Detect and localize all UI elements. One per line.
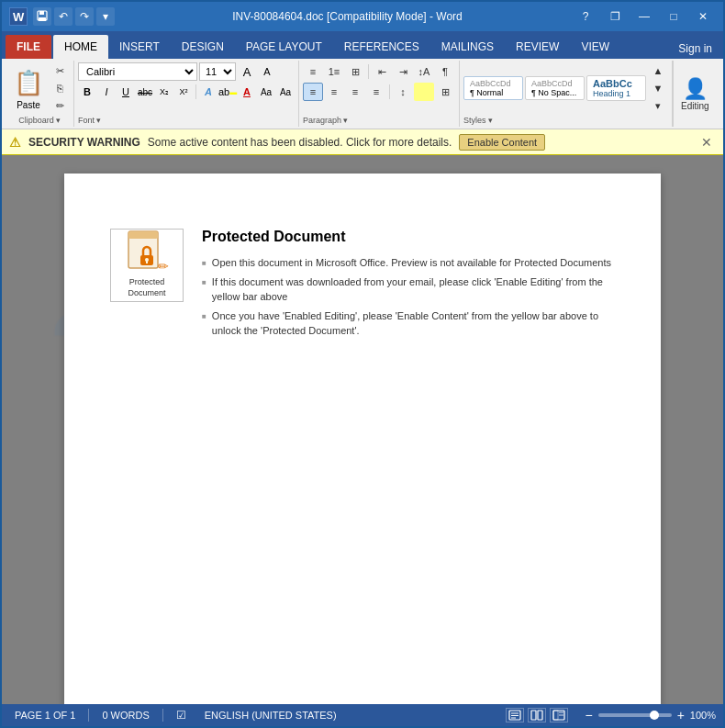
underline-button[interactable]: U (117, 83, 135, 101)
protected-doc-icon-box: ✏ Protected Document (110, 229, 184, 302)
grow-font-button[interactable]: A (238, 62, 256, 81)
minimize-button[interactable]: — (631, 7, 657, 26)
multilevel-list-button[interactable]: ⊞ (345, 62, 365, 81)
align-center-button[interactable]: ≡ (324, 83, 344, 101)
tab-insert[interactable]: INSERT (108, 35, 171, 59)
shading-button[interactable] (414, 83, 434, 101)
superscript-button[interactable]: X² (174, 83, 193, 101)
bullets-button[interactable]: ≡ (303, 62, 323, 81)
editing-button[interactable]: 👤 Editing (681, 77, 709, 111)
svg-text:W: W (13, 10, 25, 24)
justify-button[interactable]: ≡ (366, 83, 386, 101)
paragraph-group: ≡ 1≡ ⊞ ⇤ ⇥ ↕A ¶ ≡ ≡ ≡ ≡ ↕ ⊞ (299, 61, 460, 127)
align-right-button[interactable]: ≡ (345, 83, 365, 101)
align-left-button[interactable]: ≡ (303, 83, 323, 101)
svg-rect-17 (553, 711, 558, 720)
show-formatting-button[interactable]: ¶ (435, 62, 455, 81)
zoom-out-button[interactable]: − (583, 708, 594, 722)
styles-group-label: Styles (463, 116, 486, 125)
save-button[interactable] (33, 7, 51, 26)
security-warning-bar: ⚠ SECURITY WARNING Some active content h… (2, 129, 723, 155)
font-group: Calibri 11 A A B I U abc X₂ X² A (74, 61, 299, 127)
tab-file[interactable]: FILE (6, 35, 51, 59)
subscript-button[interactable]: X₂ (155, 83, 173, 101)
reading-view-button[interactable] (528, 708, 546, 722)
status-bar-right: − + 100% (506, 708, 716, 722)
instruction-3: Once you have 'Enabled Editing', please … (202, 309, 615, 338)
warning-icon: ⚠ (9, 135, 21, 150)
increase-indent-button[interactable]: ⇥ (393, 62, 413, 81)
svg-rect-6 (128, 231, 158, 239)
bold-button[interactable]: B (78, 83, 96, 101)
paste-button[interactable]: 📋 Paste (9, 65, 48, 112)
maximize-button[interactable]: □ (661, 7, 686, 26)
font-size-select[interactable]: 11 (199, 62, 236, 81)
redo-button[interactable]: ↷ (75, 7, 94, 26)
strikethrough-button[interactable]: abc (136, 83, 154, 101)
numbering-button[interactable]: 1≡ (324, 62, 344, 81)
document-area: 👤 RISK.COM (2, 155, 723, 704)
document-page[interactable]: ✏ Protected Document Protected Document … (64, 174, 661, 704)
page-info: PAGE 1 OF 1 (9, 710, 81, 721)
styles-more[interactable]: ▾ (648, 97, 668, 114)
undo-button[interactable]: ↶ (54, 7, 72, 26)
quick-access-toolbar: ↶ ↷ ▾ (33, 7, 115, 26)
styles-scroll-up[interactable]: ▲ (648, 62, 668, 79)
tab-home[interactable]: HOME (53, 35, 108, 59)
print-layout-button[interactable] (506, 708, 524, 722)
status-bar: PAGE 1 OF 1 0 WORDS ☑ ENGLISH (UNITED ST… (2, 704, 723, 726)
protected-doc-content: Protected Document Open this document in… (202, 229, 615, 343)
tab-mailings[interactable]: MAILINGS (430, 35, 505, 59)
decrease-indent-button[interactable]: ⇤ (372, 62, 392, 81)
change-case-button[interactable]: Aa (276, 83, 295, 101)
tab-review[interactable]: REVIEW (505, 35, 570, 59)
instruction-list: Open this document in Microsoft Office. … (202, 256, 615, 338)
styles-scroll-down[interactable]: ▼ (648, 80, 668, 96)
ribbon-tab-bar: FILE HOME INSERT DESIGN PAGE LAYOUT REFE… (2, 31, 723, 59)
tab-references[interactable]: REFERENCES (333, 35, 430, 59)
zoom-thumb[interactable] (650, 711, 659, 720)
style-heading1[interactable]: AaBbCc Heading 1 (586, 75, 646, 101)
style-normal[interactable]: AaBbCcDd ¶ Normal (463, 76, 523, 100)
enable-content-button[interactable]: Enable Content (459, 134, 545, 151)
spelling-check: ☑ (171, 709, 192, 722)
clear-format-button[interactable]: Aa (257, 83, 275, 101)
format-painter-button[interactable]: ✏ (50, 97, 70, 114)
close-button[interactable]: ✕ (690, 7, 716, 26)
tab-design[interactable]: DESIGN (171, 35, 235, 59)
zoom-slider[interactable] (598, 713, 672, 717)
zoom-in-button[interactable]: + (675, 708, 686, 722)
web-layout-button[interactable] (550, 708, 568, 722)
more-button[interactable]: ▾ (96, 7, 115, 26)
text-highlight-button[interactable]: ab▬ (218, 83, 237, 101)
svg-rect-15 (538, 711, 542, 720)
borders-button[interactable]: ⊞ (435, 83, 455, 101)
instruction-1: Open this document in Microsoft Office. … (202, 256, 615, 270)
instruction-2: If this document was downloaded from you… (202, 275, 615, 304)
italic-button[interactable]: I (97, 83, 116, 101)
warning-label: SECURITY WARNING (28, 136, 140, 149)
help-button[interactable]: ? (573, 7, 598, 26)
cut-button[interactable]: ✂ (50, 62, 70, 79)
styles-group: AaBbCcDd ¶ Normal AaBbCcDd ¶ No Spac... … (460, 61, 673, 127)
window-title: INV-80084604.doc [Compatibility Mode] - … (122, 10, 573, 23)
copy-button[interactable]: ⎘ (50, 80, 70, 96)
svg-rect-9 (146, 261, 148, 263)
font-family-select[interactable]: Calibri (78, 62, 197, 81)
tab-view[interactable]: VIEW (570, 35, 620, 59)
font-color-button[interactable]: A (238, 83, 256, 101)
line-spacing-button[interactable]: ↕ (393, 83, 413, 101)
lock-icon: ✏ (125, 231, 169, 275)
paragraph-group-label: Paragraph (303, 116, 341, 125)
warning-close-button[interactable]: ✕ (697, 133, 716, 151)
svg-rect-4 (39, 17, 46, 21)
font-group-label: Font (78, 116, 95, 125)
restore-button[interactable]: ❐ (602, 7, 628, 26)
word-icon: W (9, 7, 28, 26)
sign-in-link[interactable]: Sign in (671, 39, 719, 59)
style-no-spacing[interactable]: AaBbCcDd ¶ No Spac... (525, 76, 585, 100)
shrink-font-button[interactable]: A (258, 62, 276, 81)
text-effects-button[interactable]: A (199, 83, 218, 101)
sort-button[interactable]: ↕A (414, 62, 434, 81)
tab-page-layout[interactable]: PAGE LAYOUT (235, 35, 333, 59)
